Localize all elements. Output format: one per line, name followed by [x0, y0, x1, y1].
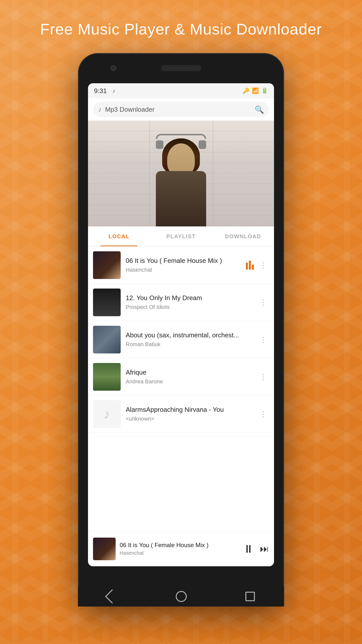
phone-speaker: [161, 65, 201, 71]
song-controls: ⋮: [257, 408, 269, 420]
key-icon: 🔑: [243, 88, 249, 94]
more-options-button[interactable]: ⋮: [257, 296, 269, 309]
tab-playlist[interactable]: PLAYLIST: [150, 226, 212, 246]
wifi-icon: 📶: [252, 88, 259, 94]
hero-image: [88, 121, 274, 226]
song-thumbnail: ♪: [93, 400, 121, 428]
nav-back-button[interactable]: [105, 589, 119, 604]
now-playing-info: 06 It is You ( Female House Mix ) Hasenc…: [120, 542, 239, 556]
song-artist: <unknown>: [126, 416, 252, 422]
phone-device: 9:31 ♪ 🔑 📶 🔋 ♪ Mp3 Downloader 🔍: [78, 53, 284, 607]
song-list: 06 It is You ( Female House Mix ) Hasenc…: [88, 247, 274, 531]
album-art-3: [93, 326, 121, 353]
tab-bar: LOCAL PLAYLIST DOWNLOAD: [88, 226, 274, 247]
song-item[interactable]: 06 It is You ( Female House Mix ) Hasenc…: [88, 247, 274, 284]
song-info: About you (sax, instrumental, orchest...…: [126, 331, 252, 348]
now-playing-bar[interactable]: 06 It is You ( Female House Mix ) Hasenc…: [88, 531, 274, 566]
app-header: ♪ Mp3 Downloader 🔍: [88, 98, 274, 121]
more-options-button[interactable]: ⋮: [257, 333, 269, 346]
song-title: Afrique: [126, 369, 252, 376]
song-artist: Hasenchat: [126, 267, 241, 273]
figure-body: [156, 171, 206, 226]
page-title: Free Music Player & Music Downloader: [40, 20, 322, 38]
pause-button[interactable]: ⏸: [243, 543, 254, 555]
phone-camera: [111, 65, 116, 71]
headphones-band: [156, 134, 206, 139]
more-options-button[interactable]: ⋮: [257, 370, 269, 383]
song-info: 06 It is You ( Female House Mix ) Hasenc…: [126, 257, 241, 273]
song-title: AlarmsApproaching Nirvana - You: [126, 406, 252, 414]
song-controls: ⋮: [257, 296, 269, 309]
eq-bar-1: [246, 263, 248, 270]
status-bar: 9:31 ♪ 🔑 📶 🔋: [88, 83, 274, 98]
phone-screen: 9:31 ♪ 🔑 📶 🔋 ♪ Mp3 Downloader 🔍: [88, 83, 274, 566]
nav-recent-button[interactable]: [245, 592, 255, 601]
search-bar[interactable]: ♪ Mp3 Downloader 🔍: [93, 102, 269, 117]
song-controls: ⋮: [257, 333, 269, 346]
tab-local[interactable]: LOCAL: [88, 226, 150, 246]
song-item[interactable]: About you (sax, instrumental, orchest...…: [88, 321, 274, 358]
song-thumbnail: [93, 289, 121, 316]
eq-bars-icon: [246, 261, 254, 270]
song-title: About you (sax, instrumental, orchest...: [126, 331, 252, 339]
song-info: Afrique Andrea Barone: [126, 369, 252, 385]
search-button[interactable]: 🔍: [255, 105, 264, 114]
system-nav-bar: [78, 586, 284, 607]
now-playing-thumbnail: [93, 538, 116, 560]
now-playing-title: 06 It is You ( Female House Mix ): [120, 542, 239, 549]
song-artist: Roman Batiuk: [126, 341, 252, 348]
battery-icon: 🔋: [261, 88, 268, 94]
tab-download[interactable]: DOWNLOAD: [212, 226, 274, 246]
now-playing-album-art: [93, 538, 116, 560]
search-music-note-icon: ♪: [98, 105, 102, 113]
status-time: 9:31: [94, 87, 107, 95]
app-name-label: Mp3 Downloader: [105, 106, 251, 113]
status-icons: 🔑 📶 🔋: [243, 88, 268, 94]
song-artist: Andrea Barone: [126, 378, 252, 385]
album-art-4: [93, 363, 121, 391]
phone-top-bar: [78, 53, 284, 83]
song-item[interactable]: 12. You Only In My Dream Prospect Of Idi…: [88, 284, 274, 321]
more-options-button[interactable]: ⋮: [257, 259, 269, 271]
nav-home-button[interactable]: [176, 591, 187, 602]
album-art-2: [93, 289, 121, 316]
eq-bar-2: [249, 261, 251, 270]
eq-bar-3: [252, 265, 254, 270]
song-controls: ⋮: [246, 259, 269, 271]
music-note-status-icon: ♪: [112, 87, 115, 94]
song-thumbnail: [93, 363, 121, 391]
headphones-left-cup: [156, 140, 163, 149]
default-music-icon: ♪: [104, 407, 110, 422]
album-art-1: [93, 251, 121, 279]
more-options-button[interactable]: ⋮: [257, 408, 269, 420]
song-controls: ⋮: [257, 370, 269, 383]
song-item[interactable]: ♪ AlarmsApproaching Nirvana - You <unkno…: [88, 395, 274, 433]
next-button[interactable]: ⏭: [260, 544, 269, 554]
song-title: 06 It is You ( Female House Mix ): [126, 257, 241, 265]
song-title: 12. You Only In My Dream: [126, 294, 252, 302]
headphones-right-cup: [199, 140, 206, 149]
song-info: AlarmsApproaching Nirvana - You <unknown…: [126, 406, 252, 422]
hero-background: [88, 121, 274, 226]
song-thumbnail: [93, 326, 121, 353]
song-thumbnail: [93, 251, 121, 279]
now-playing-artist: Hasenchat: [120, 550, 239, 556]
hero-figure: [141, 131, 221, 226]
song-artist: Prospect Of Idiots: [126, 304, 252, 310]
song-info: 12. You Only In My Dream Prospect Of Idi…: [126, 294, 252, 310]
song-item[interactable]: Afrique Andrea Barone ⋮: [88, 358, 274, 395]
now-playing-controls: ⏸ ⏭: [243, 543, 269, 555]
